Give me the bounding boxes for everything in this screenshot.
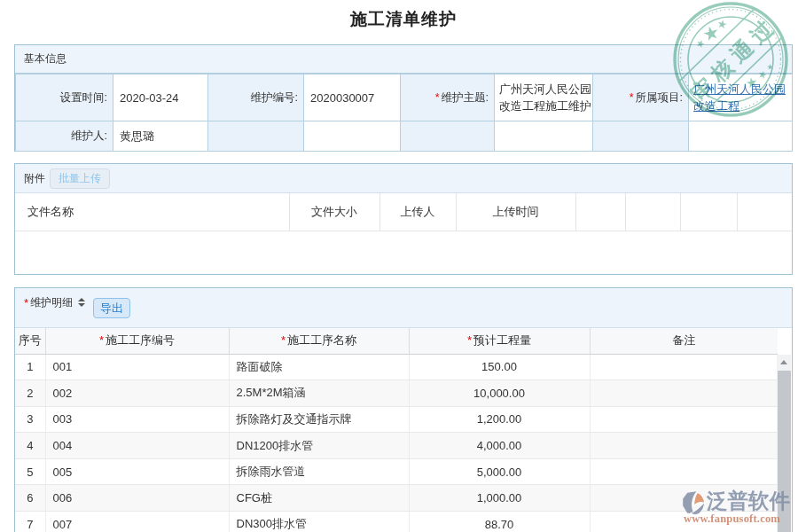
batch-upload-button[interactable]: 批量上传 [50, 168, 110, 189]
watermark-brand: 泛普软件 [707, 487, 790, 515]
value-maint-subject: 广州天河人民公园改造工程施工维护 [495, 74, 593, 121]
label-maint-no: 维护编号: [208, 74, 304, 121]
process-code-cell: 004 [45, 433, 229, 459]
col-est-quantity: *预计工程量 [409, 328, 590, 354]
scroll-up-button[interactable] [777, 355, 791, 370]
scroll-up-icon [780, 360, 787, 364]
detail-table-row[interactable]: 4004DN1200排水管4,000.00 [15, 433, 778, 459]
details-table: 序号 *施工工序编号 *施工工序名称 *预计工程量 备注 1001路面破除150… [15, 328, 778, 532]
col-empty [575, 193, 625, 231]
project-link[interactable]: 广州天河人民公园改造工程 [693, 82, 786, 113]
remark-cell [590, 354, 778, 380]
attachments-header: 附件 批量上传 [15, 164, 792, 193]
attachments-title: 附件 [24, 171, 45, 186]
page-title: 施工清单维护 [14, 8, 793, 31]
col-uploader: 上传人 [379, 193, 456, 231]
remark-cell [590, 406, 778, 433]
process-code-cell: 007 [45, 512, 229, 532]
seq-cell: 7 [15, 512, 45, 532]
quantity-cell: 1,200.00 [409, 406, 590, 433]
quantity-cell: 10,000.00 [409, 380, 590, 407]
attachments-table: 文件名称 文件大小 上传人 上传时间 [15, 193, 792, 231]
detail-table-row[interactable]: 7007DN300排水管88.70 [15, 512, 778, 532]
fanpu-logo-icon [682, 490, 705, 515]
value-maint-no: 2020030007 [304, 74, 401, 121]
empty-label-cell [401, 121, 495, 152]
col-process-code: *施工工序编号 [45, 328, 229, 354]
empty-label-cell [208, 121, 304, 152]
quantity-cell: 5,000.00 [409, 458, 590, 485]
basic-info-section: 基本信息 设置时间: 2020-03-24 维护编号: 2020030007 *… [14, 44, 793, 152]
required-asterisk: * [467, 333, 472, 347]
quantity-cell: 88.70 [409, 512, 590, 532]
empty-label-cell [593, 121, 689, 152]
quantity-cell: 4,000.00 [409, 433, 590, 459]
basic-info-header: 基本信息 [15, 45, 792, 74]
seq-cell: 6 [15, 485, 45, 512]
col-empty [737, 193, 792, 231]
seq-cell: 1 [15, 354, 45, 380]
detail-table-row[interactable]: 20022.5M*2M箱涵10,000.00 [15, 380, 778, 407]
col-empty [625, 193, 680, 231]
label-project: *所属项目: [593, 74, 689, 121]
quantity-cell: 150.00 [409, 354, 590, 380]
process-name-cell: 拆除雨水管道 [229, 458, 409, 485]
col-seq: 序号 [15, 328, 45, 354]
detail-table-row[interactable]: 5005拆除雨水管道5,000.00 [15, 458, 778, 485]
detail-table-row[interactable]: 3003拆除路灯及交通指示牌1,200.00 [15, 406, 778, 433]
process-name-cell: DN300排水管 [229, 512, 409, 532]
process-name-cell: 拆除路灯及交通指示牌 [229, 406, 409, 433]
label-set-time: 设置时间: [16, 74, 113, 121]
label-maint-subject: *维护主题: [401, 74, 495, 121]
process-code-cell: 002 [45, 380, 229, 407]
col-process-name: *施工工序名称 [229, 328, 409, 354]
attachments-section: 附件 批量上传 文件名称 文件大小 上传人 上传时间 [14, 163, 793, 275]
process-code-cell: 003 [45, 406, 229, 433]
watermark-url: www.fanpusoft.com [684, 512, 794, 526]
required-asterisk: * [99, 333, 104, 347]
seq-cell: 3 [15, 406, 45, 433]
value-set-time: 2020-03-24 [113, 74, 208, 121]
basic-info-title: 基本信息 [24, 51, 66, 66]
process-code-cell: 005 [45, 458, 229, 485]
process-name-cell: DN1200排水管 [229, 433, 409, 459]
sort-icon[interactable] [77, 298, 86, 307]
detail-table-body: 1001路面破除150.0020022.5M*2M箱涵10,000.003003… [15, 354, 778, 532]
col-file-name: 文件名称 [15, 193, 289, 231]
required-asterisk: * [435, 91, 440, 104]
detail-table-row[interactable]: 1001路面破除150.00 [15, 354, 778, 380]
basic-info-table: 设置时间: 2020-03-24 维护编号: 2020030007 *维护主题:… [15, 74, 793, 152]
details-section: * 维护明细 导出 序号 *施工工序编号 *施工工序名称 *预计工程量 备注 1… [14, 287, 793, 532]
remark-cell [590, 458, 778, 485]
seq-cell: 4 [15, 433, 45, 459]
empty-value-cell [304, 121, 401, 152]
watermark-logo: 泛普软件 www.fanpusoft.com [682, 486, 794, 526]
label-maintainer: 维护人: [16, 121, 113, 152]
seq-cell: 5 [15, 458, 45, 485]
details-title: 维护明细 [30, 295, 73, 310]
process-code-cell: 001 [45, 354, 229, 380]
required-asterisk: * [281, 333, 286, 347]
process-name-cell: 路面破除 [229, 354, 409, 380]
empty-value-cell [495, 121, 593, 152]
remark-cell [590, 380, 778, 407]
process-name-cell: 2.5M*2M箱涵 [229, 380, 409, 407]
col-upload-time: 上传时间 [456, 193, 575, 231]
detail-table-row[interactable]: 6006CFG桩1,000.00 [15, 485, 778, 512]
empty-value-cell [689, 121, 793, 152]
value-project: 广州天河人民公园改造工程 [689, 74, 793, 121]
value-maintainer: 黄思璐 [113, 121, 208, 152]
quantity-cell: 1,000.00 [409, 485, 590, 512]
seq-cell: 2 [15, 380, 45, 407]
col-file-size: 文件大小 [289, 193, 379, 231]
process-code-cell: 006 [45, 485, 229, 512]
export-button[interactable]: 导出 [93, 298, 130, 318]
required-asterisk: * [630, 91, 634, 104]
col-remark: 备注 [590, 328, 778, 354]
required-asterisk: * [24, 296, 28, 309]
remark-cell [590, 433, 778, 459]
details-header: * 维护明细 导出 [15, 288, 792, 328]
process-name-cell: CFG桩 [229, 485, 409, 512]
col-empty [680, 193, 737, 231]
